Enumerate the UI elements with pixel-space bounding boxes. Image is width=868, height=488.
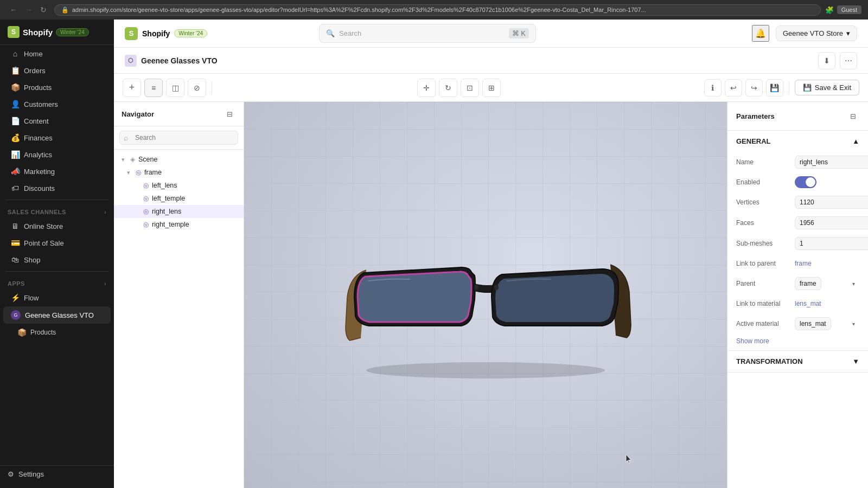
tree-item-right-lens[interactable]: · ◎ right_lens <box>114 205 244 218</box>
right-lens-expand-icon: · <box>135 208 140 215</box>
shopify-logo-icon: S <box>8 26 20 38</box>
store-name-button[interactable]: Geenee VTO Store ▾ <box>776 25 857 41</box>
browser-topbar: ← → ↻ 🔒 admin.shopify.com/store/geenee-v… <box>0 0 868 20</box>
params-row-submeshes: Sub-meshes <box>727 233 868 254</box>
params-title: Parameters <box>736 112 775 120</box>
search-icon: 🔍 <box>326 29 335 37</box>
editor-title-actions: ⬇ ⋯ <box>818 52 857 69</box>
sidebar-item-flow[interactable]: ⚡ Flow <box>3 290 111 306</box>
more-options-button[interactable]: ⋯ <box>840 52 857 69</box>
sidebar-item-analytics[interactable]: 📊 Analytics <box>3 146 111 163</box>
tree-item-left-lens[interactable]: · ◎ left_lens <box>114 179 244 192</box>
sidebar-settings[interactable]: ⚙ Settings <box>0 465 114 483</box>
params-toggle-enabled[interactable] <box>795 176 816 188</box>
material-button[interactable]: ⊘ <box>188 79 206 97</box>
sidebar-item-products[interactable]: 📦 Products <box>3 79 111 95</box>
sidebar-item-orders[interactable]: 📋 Orders <box>3 62 111 79</box>
analytics-icon: 📊 <box>11 150 20 159</box>
save-exit-label: Save & Exit <box>815 84 851 92</box>
params-select-parent[interactable]: frame <box>795 277 821 290</box>
tree-item-left-temple[interactable]: · ◎ left_temple <box>114 192 244 205</box>
winter-badge: Winter '24 <box>56 28 89 36</box>
back-button[interactable]: ← <box>7 4 21 15</box>
sidebar-finances-label: Finances <box>24 134 53 142</box>
sidebar-item-home[interactable]: ⌂ Home <box>3 46 111 62</box>
tree-item-right-temple[interactable]: · ◎ right_temple <box>114 218 244 231</box>
sidebar-item-content[interactable]: 📄 Content <box>3 113 111 129</box>
params-transformation-header[interactable]: TRANSFORMATION ▼ <box>727 351 868 372</box>
save-file-button[interactable]: 💾 <box>766 79 783 97</box>
tree-item-scene[interactable]: ▾ ◈ Scene <box>114 153 244 166</box>
navigator-search-input[interactable] <box>119 131 238 145</box>
toolbar-divider-2 <box>789 81 789 94</box>
sidebar-analytics-label: Analytics <box>24 151 52 159</box>
tree-item-frame[interactable]: ▾ ◎ frame <box>114 166 244 179</box>
sales-channels-expand[interactable]: › <box>104 209 106 215</box>
navigator-panel: Navigator ⊟ ▾ ◈ Scene <box>114 102 244 488</box>
params-label-enabled: Enabled <box>736 178 790 186</box>
redo-button[interactable]: ↪ <box>745 79 763 97</box>
sidebar-item-customers[interactable]: 👤 Customers <box>3 96 111 112</box>
list-view-button[interactable]: ≡ <box>144 79 163 97</box>
svg-point-1 <box>474 285 478 290</box>
save-exit-button[interactable]: 💾 Save & Exit <box>795 80 859 95</box>
add-button[interactable]: + <box>123 79 141 97</box>
sidebar-item-geenee[interactable]: G Geenee Glasses VTO <box>3 306 111 324</box>
params-row-link-material: Link to material lens_mat <box>727 294 868 313</box>
tree-left-temple-label: left_temple <box>152 195 185 202</box>
params-link-material[interactable]: lens_mat <box>795 300 821 307</box>
browser-profile: 🧩 Guest <box>825 5 861 14</box>
sidebar-settings-label: Settings <box>18 470 44 478</box>
editor-title-text: Geenee Glasses VTO <box>141 56 218 65</box>
products-sub-icon: 📦 <box>17 328 26 337</box>
viewport[interactable] <box>244 102 727 488</box>
sidebar: S Shopify Winter '24 ⌂ Home 📋 Orders 📦 P… <box>0 20 114 488</box>
sidebar-item-online-store[interactable]: 🖥 Online Store <box>3 218 111 234</box>
params-filter-button[interactable]: ⊟ <box>846 110 859 123</box>
move-tool-button[interactable]: ✛ <box>417 79 436 97</box>
refresh-button[interactable]: ↻ <box>37 4 50 15</box>
sidebar-item-finances[interactable]: 💰 Finances <box>3 130 111 146</box>
sidebar-customers-label: Customers <box>24 100 58 108</box>
sidebar-item-products-sub[interactable]: 📦 Products <box>3 324 111 341</box>
params-general-header[interactable]: GENERAL ▲ <box>727 131 868 152</box>
search-bar[interactable]: 🔍 Search ⌘ K <box>319 24 536 43</box>
toolbar-center-tools: ✛ ↻ ⊡ ⊞ <box>218 79 701 97</box>
search-shortcut: ⌘ K <box>509 28 529 38</box>
sidebar-item-shop[interactable]: 🛍 Shop <box>3 252 111 268</box>
notification-bell[interactable]: 🔔 <box>752 25 769 42</box>
info-button[interactable]: ℹ <box>704 79 722 97</box>
layers-button[interactable]: ◫ <box>166 79 184 97</box>
download-button[interactable]: ⬇ <box>818 52 835 69</box>
search-placeholder: Search <box>339 29 505 37</box>
params-input-vertices[interactable] <box>795 196 868 209</box>
params-label-link-material: Link to material <box>736 300 790 307</box>
undo-button[interactable]: ↩ <box>725 79 742 97</box>
show-more-button[interactable]: Show more <box>727 334 868 350</box>
browser-extension-icon: 🧩 <box>825 6 834 14</box>
sidebar-item-discounts[interactable]: 🏷 Discounts <box>3 180 111 196</box>
params-link-parent[interactable]: frame <box>795 260 812 267</box>
navigator-header: Navigator ⊟ <box>114 102 244 126</box>
sidebar-item-point-of-sale[interactable]: 💳 Point of Sale <box>3 235 111 251</box>
rotate-tool-button[interactable]: ↻ <box>439 79 457 97</box>
params-input-name[interactable] <box>795 156 868 169</box>
sidebar-header: S Shopify Winter '24 <box>0 20 114 45</box>
shopify-app-name: Shopify <box>23 28 53 37</box>
forward-button[interactable]: → <box>22 4 36 15</box>
params-input-submeshes[interactable] <box>795 237 868 250</box>
navigator-filter-button[interactable]: ⊟ <box>223 107 236 120</box>
params-input-faces[interactable] <box>795 216 868 229</box>
navigator-search-wrap <box>119 131 238 145</box>
sidebar-item-marketing[interactable]: 📣 Marketing <box>3 163 111 179</box>
tree-scene-label: Scene <box>138 156 157 163</box>
sidebar-orders-label: Orders <box>24 67 46 75</box>
url-bar[interactable]: 🔒 admin.shopify.com/store/geenee-vto-sto… <box>54 4 821 16</box>
params-select-material[interactable]: lens_mat <box>795 317 831 330</box>
apps-expand[interactable]: › <box>104 281 106 287</box>
store-chevron-icon: ▾ <box>846 29 850 37</box>
sidebar-geenee-label: Geenee Glasses VTO <box>25 311 94 319</box>
transform-tool-button[interactable]: ⊞ <box>482 79 501 97</box>
orders-icon: 📋 <box>11 66 20 75</box>
scale-tool-button[interactable]: ⊡ <box>461 79 479 97</box>
